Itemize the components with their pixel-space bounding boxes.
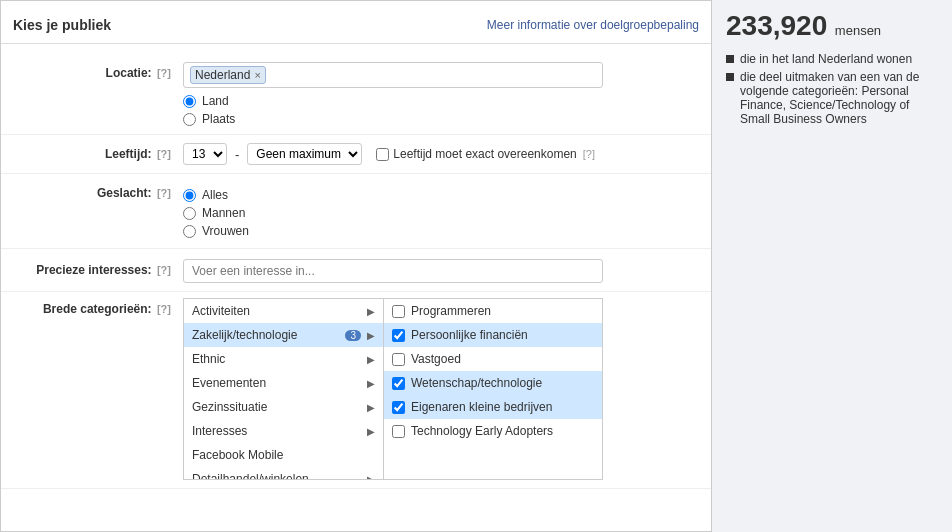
cat-badge: 3 <box>345 330 361 341</box>
locatie-row: Locatie: [?] mensen Nederland × Land <box>1 54 711 135</box>
plaats-label: Plaats <box>202 112 235 126</box>
cat-left-item[interactable]: Gezinssituatie▶ <box>184 395 383 419</box>
age-row: 13 - Geen maximum Leeftijd moet exact ov… <box>183 143 699 165</box>
cat-right-checkbox[interactable] <box>392 329 405 342</box>
age-max-select[interactable]: Geen maximum <box>247 143 362 165</box>
bullet-icon <box>726 55 734 63</box>
cat-right-item[interactable]: Wetenschap/technologie <box>384 371 602 395</box>
cat-right-checkbox[interactable] <box>392 377 405 390</box>
cat-right-item[interactable]: Technology Early Adopters <box>384 419 602 443</box>
land-radio-input[interactable] <box>183 95 196 108</box>
vrouwen-radio[interactable]: Vrouwen <box>183 224 699 238</box>
cat-item-name: Gezinssituatie <box>192 400 267 414</box>
land-label: Land <box>202 94 229 108</box>
exact-age-text: Leeftijd moet exact overeenkomen <box>393 147 576 161</box>
land-radio[interactable]: Land <box>183 94 699 108</box>
cat-left-item[interactable]: Evenementen▶ <box>184 371 383 395</box>
cat-item-name: Facebook Mobile <box>192 448 283 462</box>
page-title: Kies je publiek <box>13 17 111 33</box>
cat-item-name: Detailhandel/winkelen <box>192 472 309 479</box>
vrouwen-label: Vrouwen <box>202 224 249 238</box>
exact-age-help-icon[interactable]: [?] <box>583 148 595 160</box>
alles-radio-input[interactable] <box>183 189 196 202</box>
categorieen-help-icon[interactable]: [?] <box>157 303 171 315</box>
cat-right-checkbox[interactable] <box>392 401 405 414</box>
cat-right-checkbox[interactable] <box>392 425 405 438</box>
cat-right-item[interactable]: Eigenaren kleine bedrijven <box>384 395 602 419</box>
mannen-radio[interactable]: Mannen <box>183 206 699 220</box>
cat-left-item[interactable]: Zakelijk/technologie3▶ <box>184 323 383 347</box>
cat-right-label: Vastgoed <box>411 352 461 366</box>
cat-arrow-icon: ▶ <box>367 426 375 437</box>
geslacht-row: Geslacht: [?] Alles Mannen Vrouwen <box>1 174 711 249</box>
cat-right-label: Wetenschap/technologie <box>411 376 542 390</box>
audience-bullet: die deel uitmaken van een van de volgend… <box>726 68 938 128</box>
interesses-label: Precieze interesses: [?] <box>13 259 183 277</box>
categorieen-row: Brede categorieën: [?] Activiteiten▶Zake… <box>1 292 711 489</box>
alles-label: Alles <box>202 188 228 202</box>
interesses-help-icon[interactable]: [?] <box>157 264 171 276</box>
plaats-radio[interactable]: Plaats <box>183 112 699 126</box>
cat-right-checkbox[interactable] <box>392 353 405 366</box>
geslacht-help-icon[interactable]: [?] <box>157 187 171 199</box>
age-dash: - <box>235 147 239 162</box>
categories-left-panel: Activiteiten▶Zakelijk/technologie3▶Ethni… <box>184 299 384 479</box>
cat-item-name: Ethnic <box>192 352 225 366</box>
leeftijd-content: 13 - Geen maximum Leeftijd moet exact ov… <box>183 143 699 165</box>
geslacht-group: Alles Mannen Vrouwen <box>183 188 699 238</box>
cat-right-label: Programmeren <box>411 304 491 318</box>
cat-left-item[interactable]: Interesses▶ <box>184 419 383 443</box>
categories-right-panel: ProgrammerenPersoonlijke financiënVastgo… <box>384 299 602 479</box>
mannen-label: Mannen <box>202 206 245 220</box>
cat-item-name: Interesses <box>192 424 247 438</box>
leeftijd-label: Leeftijd: [?] <box>13 143 183 161</box>
cat-left-item[interactable]: Detailhandel/winkelen▶ <box>184 467 383 479</box>
cat-item-name: Evenementen <box>192 376 266 390</box>
cat-right-label: Persoonlijke financiën <box>411 328 528 342</box>
bullet-text: die deel uitmaken van een van de volgend… <box>740 70 938 126</box>
exact-age-label[interactable]: Leeftijd moet exact overeenkomen [?] <box>376 147 595 161</box>
cat-right-item[interactable]: Programmeren <box>384 299 602 323</box>
leeftijd-help-icon[interactable]: [?] <box>157 148 171 160</box>
audience-unit: mensen <box>835 23 881 38</box>
audience-bullet: die in het land Nederland wonen <box>726 50 938 68</box>
interesses-input[interactable] <box>183 259 603 283</box>
cat-right-item[interactable]: Persoonlijke financiën <box>384 323 602 347</box>
cat-item-name: Activiteiten <box>192 304 250 318</box>
categorieen-label: Brede categorieën: [?] <box>13 298 183 316</box>
more-info-link[interactable]: Meer informatie over doelgroepbepaling <box>487 18 699 32</box>
cat-item-name: Zakelijk/technologie <box>192 328 297 342</box>
mannen-radio-input[interactable] <box>183 207 196 220</box>
plaats-radio-input[interactable] <box>183 113 196 126</box>
cat-right-item[interactable]: Vastgoed <box>384 347 602 371</box>
audience-count-row: 233,920 mensen <box>726 10 938 42</box>
location-type-group: Land Plaats <box>183 94 699 126</box>
audience-bullets: die in het land Nederland wonendie deel … <box>726 50 938 128</box>
interesses-row: Precieze interesses: [?] <box>1 249 711 292</box>
location-input[interactable]: mensen Nederland × <box>183 62 603 88</box>
categories-left-scroll[interactable]: Activiteiten▶Zakelijk/technologie3▶Ethni… <box>184 299 383 479</box>
cat-right-checkbox[interactable] <box>392 305 405 318</box>
location-tag-remove[interactable]: × <box>254 69 260 81</box>
bullet-icon <box>726 73 734 81</box>
cat-arrow-icon: ▶ <box>367 402 375 413</box>
exact-age-checkbox[interactable] <box>376 148 389 161</box>
header-bar: Kies je publiek Meer informatie over doe… <box>1 11 711 44</box>
location-tag: mensen Nederland × <box>190 66 266 84</box>
vrouwen-radio-input[interactable] <box>183 225 196 238</box>
categories-panel: Activiteiten▶Zakelijk/technologie3▶Ethni… <box>183 298 603 480</box>
categorieen-content: Activiteiten▶Zakelijk/technologie3▶Ethni… <box>183 298 699 480</box>
cat-arrow-icon: ▶ <box>367 378 375 389</box>
locatie-help-icon[interactable]: [?] <box>157 67 171 79</box>
geslacht-content: Alles Mannen Vrouwen <box>183 182 699 238</box>
cat-left-item[interactable]: Facebook Mobile <box>184 443 383 467</box>
cat-arrow-icon: ▶ <box>367 474 375 480</box>
sidebar: 233,920 mensen die in het land Nederland… <box>712 0 952 532</box>
cat-left-item[interactable]: Activiteiten▶ <box>184 299 383 323</box>
alles-radio[interactable]: Alles <box>183 188 699 202</box>
cat-right-label: Technology Early Adopters <box>411 424 553 438</box>
audience-count: 233,920 <box>726 10 827 41</box>
locatie-content: mensen Nederland × Land Plaats <box>183 62 699 126</box>
age-min-select[interactable]: 13 <box>183 143 227 165</box>
cat-left-item[interactable]: Ethnic▶ <box>184 347 383 371</box>
